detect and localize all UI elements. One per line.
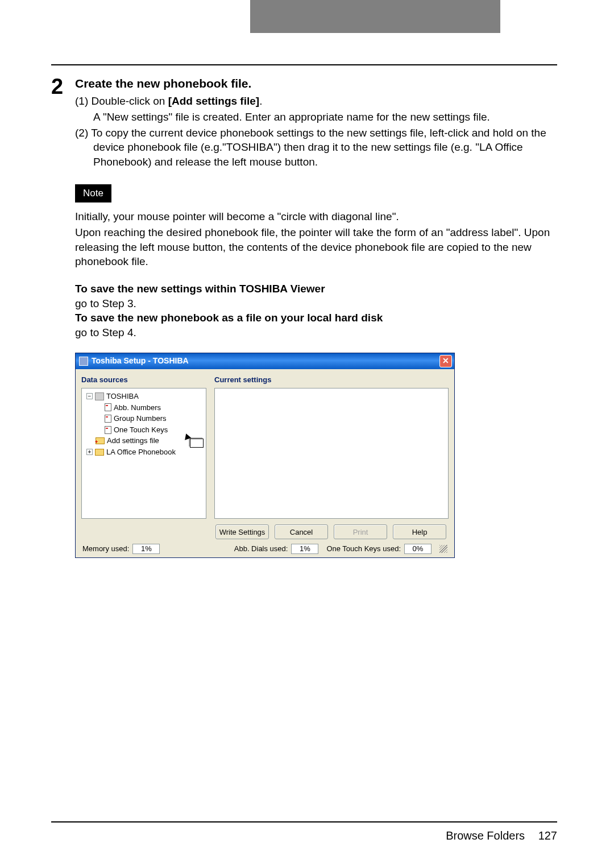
dials-label: Abb. Dials used: <box>234 544 288 554</box>
save-section: To save the new settings within TOSHIBA … <box>75 282 557 340</box>
dials-value: 1% <box>291 544 318 554</box>
page-content: 2 Create the new phonebook file. (1) Dou… <box>0 33 614 558</box>
tree-la-label: LA Office Phonebook <box>106 447 176 457</box>
memory-value: 1% <box>132 544 160 554</box>
doc-icon <box>105 415 111 423</box>
save-line2-bold: To save the new phonebook as a file on y… <box>75 311 557 325</box>
expand-icon[interactable]: + <box>86 449 93 455</box>
note-label: Note <box>75 184 111 203</box>
footer-page-number: 127 <box>538 829 557 842</box>
print-button[interactable]: Print <box>334 524 387 539</box>
page-footer: Browse Folders 127 <box>51 821 557 842</box>
note-text: Initially, your mouse pointer will becom… <box>75 209 557 269</box>
bottom-rule <box>51 821 557 822</box>
sub1-prefix: (1) Double-click on <box>75 95 168 107</box>
doc-icon <box>105 426 111 434</box>
doc-icon <box>105 403 111 411</box>
tree-onetouch-label: One Touch Keys <box>114 425 168 435</box>
dialog-columns: Data sources − TOSHIBA Abb. Numbers <box>81 375 449 540</box>
save-line1-bold: To save the new settings within TOSHIBA … <box>75 282 557 296</box>
step-title: Create the new phonebook file. <box>75 76 557 92</box>
tree-abb-label: Abb. Numbers <box>114 403 161 413</box>
save-line2-rest: go to Step 4. <box>75 325 557 340</box>
write-settings-button[interactable]: Write Settings <box>215 524 269 539</box>
dialog-titlebar: Toshiba Setup - TOSHIBA ✕ <box>76 353 454 369</box>
top-rule <box>51 64 557 65</box>
header-gray-block <box>250 0 500 33</box>
tree-root[interactable]: − TOSHIBA <box>84 391 204 402</box>
substep-2: (2) To copy the current device phonebook… <box>93 126 557 170</box>
footer-section: Browse Folders <box>446 829 525 842</box>
drag-cursor-icon <box>190 439 204 448</box>
close-button[interactable]: ✕ <box>439 355 452 367</box>
tree-add-label: Add settings file <box>107 436 159 446</box>
titlebar-left: Toshiba Setup - TOSHIBA <box>79 356 189 366</box>
substep-1: (1) Double-click on [Add settings file]. <box>75 94 557 109</box>
save-line1-rest: go to Step 3. <box>75 296 557 311</box>
tree-panel[interactable]: − TOSHIBA Abb. Numbers <box>81 388 206 519</box>
dials-used-status: Abb. Dials used: 1% <box>234 544 319 554</box>
status-right: Abb. Dials used: 1% One Touch Keys used:… <box>234 544 447 554</box>
memory-label: Memory used: <box>82 544 129 554</box>
dialog-title: Toshiba Setup - TOSHIBA <box>92 356 189 366</box>
app-icon <box>79 357 88 366</box>
step-container: 2 Create the new phonebook file. (1) Dou… <box>51 76 557 558</box>
note-line2: Upon reaching the desired phonebook file… <box>75 225 557 269</box>
page-header <box>0 0 614 33</box>
footer-text: Browse Folders 127 <box>51 829 557 842</box>
dialog-body: Data sources − TOSHIBA Abb. Numbers <box>76 369 454 558</box>
tree-item-group[interactable]: Group Numbers <box>84 413 204 424</box>
sub1-suffix: . <box>259 95 262 107</box>
close-icon: ✕ <box>442 356 449 366</box>
resize-grip-icon[interactable] <box>439 545 447 553</box>
embedded-dialog: Toshiba Setup - TOSHIBA ✕ Data sources − <box>75 353 455 559</box>
tree-group-label: Group Numbers <box>114 414 166 424</box>
status-left: Memory used: 1% <box>82 544 160 554</box>
button-row: Write Settings Cancel Print Help <box>214 524 449 539</box>
memory-used-status: Memory used: 1% <box>82 544 160 554</box>
keys-value: 0% <box>404 544 432 554</box>
device-icon <box>95 392 104 400</box>
data-sources-header: Data sources <box>81 375 206 385</box>
keys-label: One Touch Keys used: <box>326 544 401 554</box>
tree-root-label: TOSHIBA <box>106 391 139 402</box>
tree-item-abb[interactable]: Abb. Numbers <box>84 402 204 414</box>
step-body: Create the new phonebook file. (1) Doubl… <box>75 76 557 558</box>
current-settings-column: Current settings Write Settings Cancel P… <box>214 375 449 540</box>
add-folder-icon <box>96 437 105 444</box>
cancel-button[interactable]: Cancel <box>275 524 328 539</box>
collapse-icon[interactable]: − <box>86 393 93 399</box>
sub1-desc: A "New settings" file is created. Enter … <box>93 110 557 125</box>
sub1-bold: [Add settings file] <box>168 95 259 107</box>
keys-used-status: One Touch Keys used: 0% <box>326 544 432 554</box>
step-number: 2 <box>51 76 68 558</box>
settings-panel <box>214 388 449 519</box>
help-button[interactable]: Help <box>393 524 446 539</box>
note-line1: Initially, your mouse pointer will becom… <box>75 209 557 224</box>
data-sources-column: Data sources − TOSHIBA Abb. Numbers <box>81 375 206 540</box>
status-bar: Memory used: 1% Abb. Dials used: 1% One … <box>81 544 449 554</box>
tree-la-office[interactable]: + LA Office Phonebook <box>84 447 204 458</box>
folder-icon <box>95 449 104 456</box>
current-settings-header: Current settings <box>214 375 449 385</box>
